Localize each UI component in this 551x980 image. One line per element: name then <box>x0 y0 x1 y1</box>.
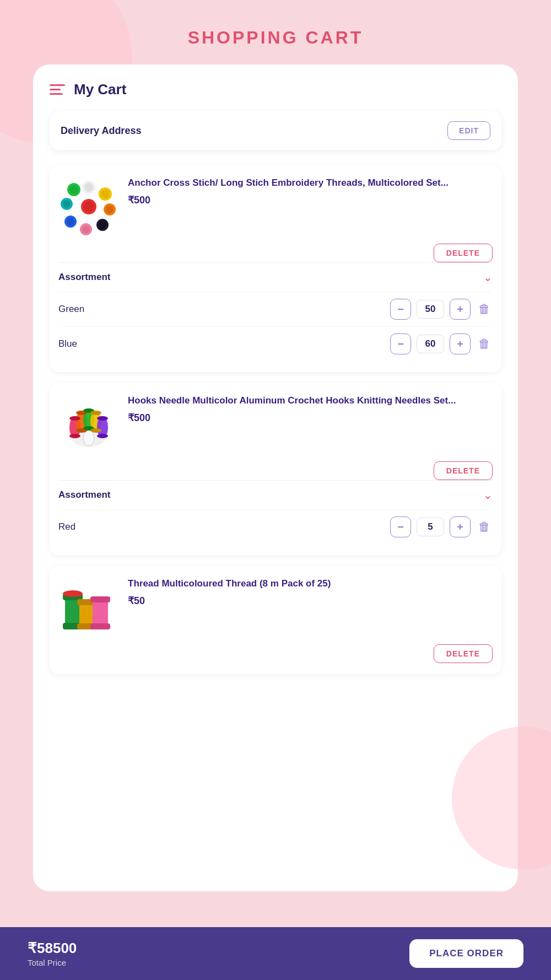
svg-point-17 <box>69 185 78 194</box>
qty-value-blue: 60 <box>417 335 444 353</box>
chevron-down-icon-2: ⌄ <box>483 488 493 502</box>
qty-trash-red[interactable]: 🗑 <box>476 518 493 536</box>
product-price-1: ₹500 <box>128 194 493 206</box>
svg-point-5 <box>101 190 110 198</box>
svg-point-44 <box>63 590 83 597</box>
product-price-3: ₹50 <box>128 595 493 607</box>
bottom-bar: ₹58500 Total Price PLACE ORDER <box>0 927 551 980</box>
delete-button-3[interactable]: DELETE <box>434 644 493 663</box>
qty-value-green: 50 <box>417 300 444 319</box>
qty-plus-blue[interactable]: + <box>450 333 471 354</box>
assortment-label-1: Assortment <box>58 272 110 283</box>
edit-button[interactable]: EDIT <box>447 121 490 140</box>
qty-minus-blue[interactable]: − <box>390 333 411 354</box>
delete-button-1[interactable]: DELETE <box>434 244 493 262</box>
product-name-3: Thread Multicoloured Thread (8 m Pack of… <box>128 577 493 590</box>
product-name-2: Hooks Needle Multicolor Aluminum Crochet… <box>128 394 493 407</box>
qty-trash-green[interactable]: 🗑 <box>476 300 493 319</box>
assortment-toggle-2[interactable]: Assortment ⌄ <box>58 480 493 509</box>
product-image-3 <box>58 577 119 638</box>
assortment-toggle-1[interactable]: Assortment ⌄ <box>58 262 493 292</box>
color-label-red: Red <box>58 521 75 532</box>
svg-rect-43 <box>90 623 110 629</box>
svg-point-33 <box>97 416 108 421</box>
svg-rect-42 <box>90 596 110 602</box>
delete-button-2[interactable]: DELETE <box>434 461 493 480</box>
product-image-2 <box>58 394 119 455</box>
svg-point-13 <box>67 218 74 225</box>
total-section: ₹58500 Total Price <box>28 940 77 967</box>
page-title: SHOPPING CART <box>0 0 551 64</box>
total-amount: ₹58500 <box>28 940 77 957</box>
qty-minus-red[interactable]: − <box>390 516 411 537</box>
delivery-bar: Delivery Address EDIT <box>50 111 501 150</box>
qty-row-blue: Blue − 60 + 🗑 <box>58 326 493 361</box>
product-card-1: Anchor Cross Stich/ Long Stich Embroider… <box>50 165 501 372</box>
cart-header: My Cart <box>50 81 501 111</box>
color-label-blue: Blue <box>58 338 77 349</box>
qty-value-red: 5 <box>417 518 444 536</box>
qty-plus-green[interactable]: + <box>450 299 471 320</box>
chevron-down-icon-1: ⌄ <box>483 271 493 284</box>
svg-point-15 <box>63 200 71 208</box>
product-card-2: Hooks Needle Multicolor Aluminum Crochet… <box>50 383 501 555</box>
product-price-2: ₹500 <box>128 412 493 424</box>
svg-point-26 <box>69 434 80 438</box>
menu-icon[interactable] <box>50 84 65 95</box>
total-label: Total Price <box>28 958 77 967</box>
cart-title: My Cart <box>74 81 126 98</box>
color-label-green: Green <box>58 304 84 315</box>
svg-point-32 <box>90 428 101 433</box>
svg-point-34 <box>97 434 108 438</box>
product-name-1: Anchor Cross Stich/ Long Stich Embroider… <box>128 176 493 190</box>
product-image-1 <box>58 176 119 237</box>
qty-trash-blue[interactable]: 🗑 <box>476 335 493 353</box>
svg-point-7 <box>106 206 114 213</box>
svg-point-25 <box>69 416 80 421</box>
qty-row-green: Green − 50 + 🗑 <box>58 292 493 326</box>
assortment-label-2: Assortment <box>58 489 110 500</box>
svg-point-1 <box>83 201 94 212</box>
delivery-label: Delivery Address <box>61 125 141 137</box>
qty-minus-green[interactable]: − <box>390 299 411 320</box>
card-container: My Cart Delivery Address EDIT <box>33 64 518 891</box>
place-order-button[interactable]: PLACE ORDER <box>409 939 523 968</box>
svg-point-3 <box>84 183 93 192</box>
qty-row-red: Red − 5 + 🗑 <box>58 509 493 544</box>
product-card-3: Thread Multicoloured Thread (8 m Pack of… <box>50 566 501 674</box>
qty-plus-red[interactable]: + <box>450 516 471 537</box>
svg-point-9 <box>99 221 106 229</box>
svg-point-31 <box>90 411 101 415</box>
svg-point-24 <box>83 430 94 446</box>
svg-point-11 <box>82 225 90 233</box>
